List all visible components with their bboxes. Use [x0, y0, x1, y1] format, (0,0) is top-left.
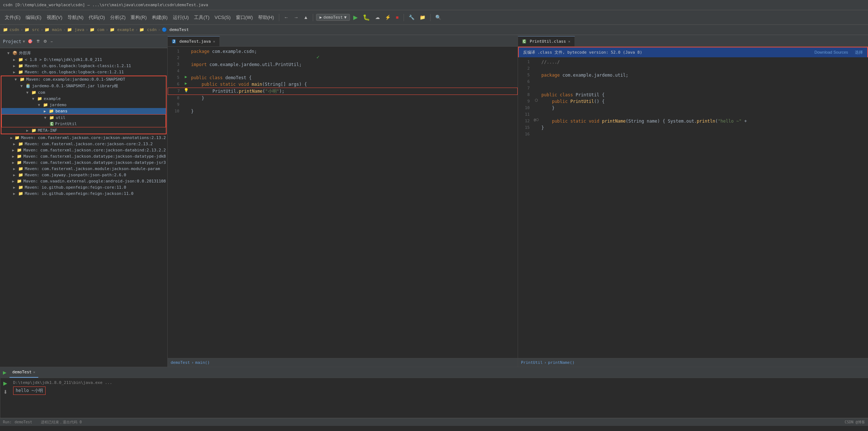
- run-tab-close[interactable]: ✕: [33, 370, 35, 374]
- breadcrumb-main[interactable]: 📁 main: [44, 27, 62, 32]
- left-code-editor[interactable]: 1 package com.example.csdn; 2 3 im: [168, 47, 518, 358]
- download-sources-button[interactable]: Download Sources: [814, 50, 848, 54]
- toolbar-nav[interactable]: ▲: [302, 14, 310, 21]
- status-demotest: demoTest: [15, 420, 32, 424]
- toolbar-menu-window[interactable]: 窗口(W): [234, 13, 255, 22]
- run-restart-btn[interactable]: ▶: [3, 380, 8, 387]
- sidebar-item-example[interactable]: ▼ 📁 example: [1, 96, 166, 102]
- sidebar-item-android-json[interactable]: ▶ 📁 Maven: com.vaadin.external.google:an…: [0, 178, 167, 184]
- tab-demotest-close[interactable]: ✕: [213, 39, 215, 43]
- sidebar-item-jdk[interactable]: ▶ 📁 < 1.8 > D:\temp\jdk\jdk1.8.0_211: [0, 57, 167, 63]
- sidebar-item-jackson-jdk8[interactable]: ▶ 📁 Maven: com.fasterxml.jackson.datatyp…: [0, 153, 167, 159]
- toolbar-menu-view[interactable]: 视图(V): [45, 13, 64, 22]
- run-side-buttons: ▶ ⬇: [0, 378, 10, 418]
- check-mark: ✓: [316, 54, 319, 60]
- sidebar-item-jardemo[interactable]: ▼ 📁 Maven: com.example:jardemo:0.0.1-SNA…: [1, 76, 166, 82]
- sidebar-item-jackson-module[interactable]: ▶ 📁 Maven: com.fasterxml.jackson.module:…: [0, 166, 167, 172]
- sidebar-label-feign-core: Maven: io.github.openfeign:feign-core:11…: [25, 185, 126, 190]
- run-content: D:\temp\jdk\jdk1.8.0_211\bin\java.exe ..…: [10, 378, 868, 418]
- code-line-9: 9: [168, 101, 518, 108]
- left-breadcrumb-method: main(): [195, 360, 210, 365]
- sidebar-item-util[interactable]: ▼ 📁 util: [2, 115, 166, 121]
- status-run-label: Run:: [3, 420, 12, 424]
- sidebar-item-waibu[interactable]: ▼ 📦 外部库: [0, 50, 167, 57]
- toolbar-menu-analyze[interactable]: 分析(Z): [108, 13, 128, 22]
- sidebar-label-com: com: [38, 90, 45, 95]
- toolbar-forward[interactable]: →: [292, 14, 300, 21]
- choose-button[interactable]: 选择: [855, 50, 863, 55]
- sidebar-collapse-btn[interactable]: ⇈: [35, 39, 41, 44]
- sidebar-item-jackson-ann[interactable]: ▶ 📁 Maven: com.fasterxml.jackson.core:ja…: [0, 135, 167, 141]
- toolbar-menu-code[interactable]: 代码(O): [87, 13, 107, 22]
- tab-printutil-close[interactable]: ✕: [568, 39, 570, 43]
- run-config[interactable]: ▶ demoTest ▼: [316, 14, 350, 21]
- tab-printutil[interactable]: C PrintUtil.class ✕: [518, 36, 575, 46]
- sidebar-label-jackson-jdk8: Maven: com.fasterxml.jackson.datatype:ja…: [23, 154, 166, 159]
- toolbar-menu-nav[interactable]: 导航(N): [66, 13, 85, 22]
- sidebar-item-jar[interactable]: ▼ 🫙 jardemo-0.0.1-SNAPSHOT.jar library根: [1, 82, 166, 89]
- breadcrumb-item-csdn[interactable]: 📁: [3, 27, 8, 32]
- sidebar-item-jardemo-folder[interactable]: ▼ 📁 jardemo: [1, 102, 166, 108]
- sidebar-item-beans[interactable]: ▶ 📁 beans: [1, 108, 166, 114]
- toolbar-settings-btn[interactable]: 🔧: [407, 14, 416, 21]
- right-code-line-6: 6: [518, 78, 868, 85]
- output-box: hello ~小明: [13, 386, 46, 395]
- toolbar-menu-vcs[interactable]: VCS(S): [213, 14, 233, 21]
- sidebar-item-logback-classic[interactable]: ▶ 📁 Maven: ch.qos.logback:logback-classi…: [0, 63, 167, 69]
- toolbar-menu-tools[interactable]: 工具(T): [192, 13, 211, 22]
- left-editor-pane: J demoTest.java ✕ 1 package com.example.…: [168, 35, 518, 367]
- toolbar-debug-btn[interactable]: 🐛: [361, 13, 372, 22]
- run-panel: ▶ demoTest ✕ ▶ ⬇ D:\temp\jdk\jdk1.8.0_21…: [0, 367, 868, 418]
- breadcrumb-com[interactable]: 📁 com: [90, 27, 105, 32]
- right-code-line-7: 7: [518, 85, 868, 92]
- tab-demotest[interactable]: J demoTest.java ✕: [168, 36, 220, 46]
- toolbar-stop-btn[interactable]: ■: [394, 14, 401, 21]
- run-tab-demotest[interactable]: demoTest ✕: [9, 367, 38, 378]
- code-line-10: 10 }: [168, 108, 518, 115]
- sidebar-settings-btn[interactable]: ⚙: [42, 39, 48, 44]
- toolbar-menu-refactor[interactable]: 重构(R): [129, 13, 148, 22]
- toolbar-menu-file[interactable]: 文件(E): [3, 13, 22, 22]
- sidebar-item-metainf[interactable]: ▶ 📁 META-INF: [1, 127, 166, 134]
- right-code-line-5: 5 package com.example.jardemo.util;: [518, 72, 868, 78]
- right-code-line-2: 2: [518, 65, 868, 72]
- sidebar-item-jackson-databind[interactable]: ▶ 📁 Maven: com.fasterxml.jackson.core:ja…: [0, 147, 167, 153]
- toolbar-run-btn[interactable]: ▶: [351, 13, 359, 22]
- breadcrumb-csdn2[interactable]: 📁 csdn: [139, 27, 156, 32]
- toolbar-search-btn[interactable]: 🔍: [433, 14, 443, 21]
- toolbar-coverage-btn[interactable]: ☁: [373, 14, 382, 21]
- breadcrumb: 📁 csdn › 📁 src › 📁 main › 📁 java › 📁 com…: [0, 25, 868, 35]
- java-icon: J: [172, 39, 176, 43]
- toolbar-profile-btn[interactable]: ⚡: [383, 14, 393, 21]
- sidebar-item-com[interactable]: ▼ 📁 com: [1, 89, 166, 96]
- toolbar-sdk-btn[interactable]: 📁: [418, 14, 427, 21]
- toolbar-menu-edit[interactable]: 编辑(E): [24, 13, 43, 22]
- sidebar-item-feign-core[interactable]: ▶ 📁 Maven: io.github.openfeign:feign-cor…: [0, 184, 167, 191]
- breadcrumb-csdn[interactable]: csdn: [9, 27, 19, 32]
- breadcrumb-src[interactable]: 📁 src: [24, 27, 39, 32]
- sidebar-item-jsonpath[interactable]: ▶ 📁 Maven: com.jayway.jsonpath:json-path…: [0, 172, 167, 178]
- toolbar-menu-help[interactable]: 帮助(H): [256, 13, 276, 22]
- sidebar-scope-btn[interactable]: 🎯: [27, 39, 34, 44]
- decompile-actions: Download Sources 选择: [814, 50, 863, 55]
- sidebar-minimize-btn[interactable]: −: [50, 39, 54, 44]
- left-breadcrumb-class: demoTest: [171, 360, 190, 365]
- sidebar-item-feign-jackson[interactable]: ▶ 📁 Maven: io.github.openfeign:feign-jac…: [0, 191, 167, 197]
- toolbar-back[interactable]: ←: [282, 14, 291, 21]
- breadcrumb-java[interactable]: 📁 java: [67, 27, 84, 32]
- sidebar-label-beans: beans: [55, 109, 67, 113]
- sidebar-item-logback-core[interactable]: ▶ 📁 Maven: ch.qos.logback:logback-core:1…: [0, 69, 167, 75]
- right-code-editor[interactable]: 1 //..../ 2 5 package com.example.jardem…: [518, 57, 868, 358]
- sidebar-item-jackson-core[interactable]: ▶ 📁 Maven: com.fasterxml.jackson.core:ja…: [0, 141, 167, 147]
- run-tab-label: demoTest: [12, 370, 32, 374]
- breadcrumb-example[interactable]: 📁 example: [110, 27, 134, 32]
- toolbar-menu-build[interactable]: 构建(B): [150, 13, 170, 22]
- toolbar-menu-run[interactable]: 运行(U): [171, 13, 191, 22]
- sidebar-item-printutil[interactable]: C PrintUtil: [2, 121, 166, 127]
- gutter-run-5: ▶: [182, 74, 190, 79]
- sidebar-label-android-json: Maven: com.vaadin.external.google:androi…: [23, 179, 166, 184]
- run-scroll-btn[interactable]: ⬇: [3, 388, 8, 396]
- status-csdn: CSDN @博客: [845, 420, 865, 425]
- sidebar-label-feign-jackson: Maven: io.github.openfeign:feign-jackson…: [25, 191, 133, 196]
- sidebar-item-jackson-jsr3[interactable]: ▶ 📁 Maven: com.fasterxml.jackson.datatyp…: [0, 159, 167, 166]
